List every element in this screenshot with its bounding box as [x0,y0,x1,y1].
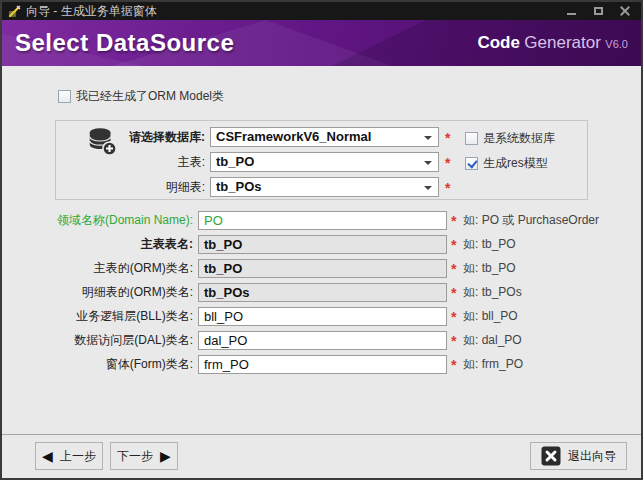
required-mark: * [451,309,461,325]
database-select-label: 请选择数据库: [62,127,205,147]
main-table-select-label: 主表: [62,152,205,172]
maximize-icon [594,7,603,15]
dal-class-hint: 如: dal_PO [463,331,522,350]
exit-wizard-label: 退出向导 [568,448,616,465]
window-controls [565,5,635,17]
prev-step-label: 上一步 [60,448,96,465]
form-class-label: 窗体(Form)类名: [20,355,193,374]
window-title: 向导 - 生成业务单据窗体 [26,2,157,20]
close-icon [620,6,630,16]
detail-table-select-label: 明细表: [62,177,205,197]
bll-class-input[interactable]: bll_PO [198,307,447,326]
system-db-checkbox[interactable]: 是系统数据库 [465,130,555,147]
main-table-name-field: tb_PO [198,235,447,254]
main-orm-class-hint: 如: tb_PO [463,259,516,278]
domain-name-hint: 如: PO 或 PurchaseOrder [463,211,599,230]
orm-model-checkbox[interactable]: 我已经生成了ORM Model类 [58,88,224,105]
checkbox-box-icon [58,90,71,103]
required-mark: * [445,130,455,146]
res-model-checkbox-label: 生成res模型 [483,155,548,172]
wizard-window: 向导 - 生成业务单据窗体 Select DataSource Code Gen… [0,0,643,480]
page-title: Select DataSource [15,20,234,66]
detail-orm-class-hint: 如: tb_POs [463,283,522,302]
checkbox-box-icon [465,157,478,170]
maximize-button[interactable] [592,5,604,17]
minimize-button[interactable] [565,5,577,17]
form-class-hint: 如: frm_PO [463,355,523,374]
titlebar: 向导 - 生成业务单据窗体 [2,2,641,20]
dal-class-label: 数据访问层(DAL)类名: [20,331,193,350]
main-table-select[interactable]: tb_PO [210,152,439,172]
required-mark: * [451,261,461,277]
required-mark: * [445,180,455,196]
arrow-left-icon: ◀ [42,449,53,463]
domain-name-label: 领域名称(Domain Name): [20,211,193,230]
next-step-label: 下一步 [117,448,153,465]
required-mark: * [451,285,461,301]
detail-orm-class-field: tb_POs [198,283,447,302]
main-table-name-label: 主表表名: [20,235,193,254]
brand-version: V6.0 [605,38,628,50]
footer-bar: ◀ 上一步 下一步 ▶ 退出向导 [2,434,641,478]
required-mark: * [445,155,455,171]
close-button[interactable] [619,5,631,17]
res-model-checkbox[interactable]: 生成res模型 [465,155,548,172]
next-step-button[interactable]: 下一步 ▶ [110,442,178,470]
main-orm-class-label: 主表的(ORM)类名: [20,259,193,278]
brand-logo: Code Generator V6.0 [477,20,628,66]
bll-class-hint: 如: bll_PO [463,307,518,326]
system-db-checkbox-label: 是系统数据库 [483,130,555,147]
required-mark: * [451,237,461,253]
brand-code: Code [477,33,520,52]
dal-class-input[interactable]: dal_PO [198,331,447,350]
bll-class-label: 业务逻辑层(BLL)类名: [20,307,193,326]
orm-model-checkbox-label: 我已经生成了ORM Model类 [76,88,224,105]
exit-wizard-button[interactable]: 退出向导 [530,442,627,470]
checkbox-box-icon [465,132,478,145]
main-table-name-hint: 如: tb_PO [463,235,516,254]
minimize-icon [567,13,576,15]
required-mark: * [451,213,461,229]
detail-orm-class-label: 明细表的(ORM)类名: [20,283,193,302]
required-mark: * [451,357,461,373]
arrow-right-icon: ▶ [160,449,171,463]
wizard-app-icon [8,5,21,18]
form-class-input[interactable]: frm_PO [198,355,447,374]
exit-x-icon [541,446,561,466]
main-orm-class-field: tb_PO [198,259,447,278]
page-header: Select DataSource Code Generator V6.0 [2,20,641,66]
required-mark: * [451,333,461,349]
database-select[interactable]: CSFrameworkV6_Normal [210,127,439,147]
domain-name-input[interactable]: PO [198,211,447,230]
prev-step-button[interactable]: ◀ 上一步 [35,442,103,470]
brand-generator: Generator [524,33,601,52]
detail-table-select[interactable]: tb_POs [210,177,439,197]
